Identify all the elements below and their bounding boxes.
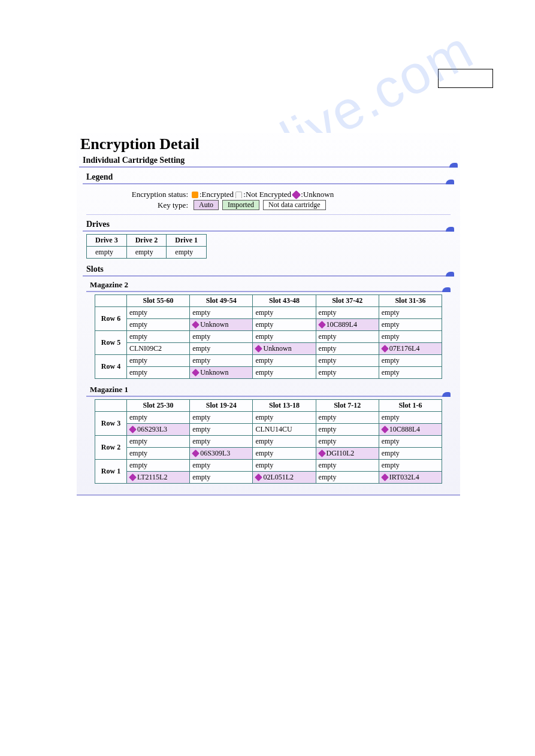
unknown-icon <box>292 190 301 199</box>
collapse-icon[interactable] <box>446 180 454 184</box>
slot-cell: empty <box>253 331 316 343</box>
slot-cell-text: Unknown <box>200 368 228 377</box>
unknown-icon <box>192 450 200 457</box>
drive-col: Drive 3 <box>87 235 127 247</box>
slot-cell: empty <box>379 319 442 331</box>
legend-unknown: :Unknown <box>301 190 334 199</box>
slot-column-header: Slot 25-30 <box>127 400 190 412</box>
not-encrypted-icon <box>235 192 242 198</box>
slot-cell-text: empty <box>192 344 210 353</box>
legend-keytype-label: Key type: <box>86 201 192 210</box>
slot-cell-text: empty <box>319 308 337 317</box>
slot-cell-text: empty <box>382 320 400 329</box>
slot-cell: Unknown <box>190 319 253 331</box>
slot-cell-text: Unknown <box>200 320 228 329</box>
slot-cell: empty <box>379 448 442 460</box>
unknown-icon <box>129 426 137 433</box>
slot-cell-text: empty <box>192 473 210 481</box>
legend-status-label: Encryption status: <box>86 190 192 199</box>
slot-cell: Unknown <box>190 367 253 379</box>
section-magazine: Magazine 1 <box>86 384 451 397</box>
slot-cell: empty <box>253 412 316 424</box>
slot-cell: 07E176L4 <box>379 343 442 355</box>
slot-cell-text: DGI10L2 <box>327 449 355 457</box>
slot-cell-text: empty <box>382 449 400 457</box>
slot-column-header: Slot 31-36 <box>379 295 442 307</box>
slot-cell: empty <box>253 355 316 367</box>
slot-row: Row 4emptyemptyemptyemptyempty <box>95 355 442 367</box>
slot-cell-text: empty <box>129 413 147 421</box>
slot-cell-text: empty <box>255 320 273 329</box>
unknown-icon <box>255 345 263 353</box>
slot-cell-text: empty <box>382 437 400 445</box>
collapse-icon[interactable] <box>442 392 451 397</box>
slot-cell-text: empty <box>192 308 210 317</box>
slot-cell: empty <box>379 436 442 448</box>
slot-cell-text: empty <box>319 368 337 377</box>
slot-cell: empty <box>316 424 379 436</box>
slot-cell-text: empty <box>255 461 273 469</box>
slot-column-header: Slot 43-48 <box>253 295 316 307</box>
slot-cell: CLNU14CU <box>253 424 316 436</box>
slot-cell: empty <box>127 436 190 448</box>
collapse-icon[interactable] <box>442 287 451 292</box>
slot-cell-text: empty <box>129 356 147 365</box>
slot-cell-text: CLNU14CU <box>255 425 292 433</box>
keytype-not-data-cartridge: Not data cartridge <box>263 200 326 210</box>
slot-cell: empty <box>316 412 379 424</box>
keytype-imported: Imported <box>222 200 259 210</box>
slot-cell-text: empty <box>192 437 210 445</box>
legend-row-keytype: Key type: Auto Imported Not data cartrid… <box>86 200 451 210</box>
slot-cell-text: empty <box>255 356 273 365</box>
slot-cell-text: empty <box>319 437 337 445</box>
slots-header: Slots <box>86 265 104 274</box>
slot-cell: empty <box>253 448 316 460</box>
slot-row: empty06S309L3emptyDGI10L2empty <box>95 448 442 460</box>
slot-cell: DGI10L2 <box>316 448 379 460</box>
collapse-icon[interactable] <box>446 272 454 277</box>
slot-table: Slot 55-60Slot 49-54Slot 43-48Slot 37-42… <box>95 294 442 379</box>
slot-cell: empty <box>190 343 253 355</box>
collapse-icon[interactable] <box>449 163 458 168</box>
slot-cell: IRT032L4 <box>379 472 442 484</box>
page: manualslive.com Encryption Detail Indivi… <box>0 0 535 756</box>
drive-cell: empty <box>167 247 207 259</box>
slot-cell-text: 10C889L4 <box>327 320 357 329</box>
page-title: Encryption Detail <box>80 135 460 153</box>
encrypted-icon <box>192 192 198 198</box>
keytype-auto: Auto <box>194 200 219 210</box>
slot-row: Row 6emptyemptyemptyemptyempty <box>95 307 442 319</box>
slot-cell: empty <box>190 307 253 319</box>
section-slots: Slots <box>83 263 454 277</box>
slot-cell-text: empty <box>319 413 337 421</box>
legend-encrypted: :Encrypted <box>200 190 234 199</box>
slot-cell: empty <box>190 412 253 424</box>
section-legend: Legend <box>83 171 454 184</box>
slot-cell: empty <box>316 331 379 343</box>
row-header-blank <box>95 295 127 307</box>
row-label: Row 6 <box>95 307 127 331</box>
section-individual-cartridge: Individual Cartridge Setting <box>79 154 458 168</box>
slot-cell: empty <box>379 307 442 319</box>
collapse-icon[interactable] <box>446 227 454 232</box>
slot-cell: LT2115L2 <box>127 472 190 484</box>
slot-cell: CLNI09C2 <box>127 343 190 355</box>
slot-cell-text: empty <box>319 473 337 481</box>
slot-row: CLNI09C2emptyUnknownempty07E176L4 <box>95 343 442 355</box>
legend-not-encrypted: :Not Encrypted <box>243 190 291 199</box>
slot-cell-text: empty <box>192 425 210 433</box>
slot-cell-text: empty <box>382 461 400 469</box>
slot-row: emptyUnknownemptyemptyempty <box>95 367 442 379</box>
drive-col: Drive 1 <box>167 235 207 247</box>
slot-column-header: Slot 13-18 <box>253 400 316 412</box>
slot-cell: empty <box>190 355 253 367</box>
slot-header-row: Slot 55-60Slot 49-54Slot 43-48Slot 37-42… <box>95 295 442 307</box>
slot-cell-text: empty <box>319 332 337 341</box>
slot-cell-text: 07E176L4 <box>389 344 420 353</box>
slot-cell: empty <box>253 319 316 331</box>
slot-row: Row 3emptyemptyemptyemptyempty <box>95 412 442 424</box>
slot-cell-text: empty <box>255 449 273 457</box>
slot-cell: empty <box>127 355 190 367</box>
row-label: Row 5 <box>95 331 127 355</box>
slot-cell: empty <box>127 331 190 343</box>
